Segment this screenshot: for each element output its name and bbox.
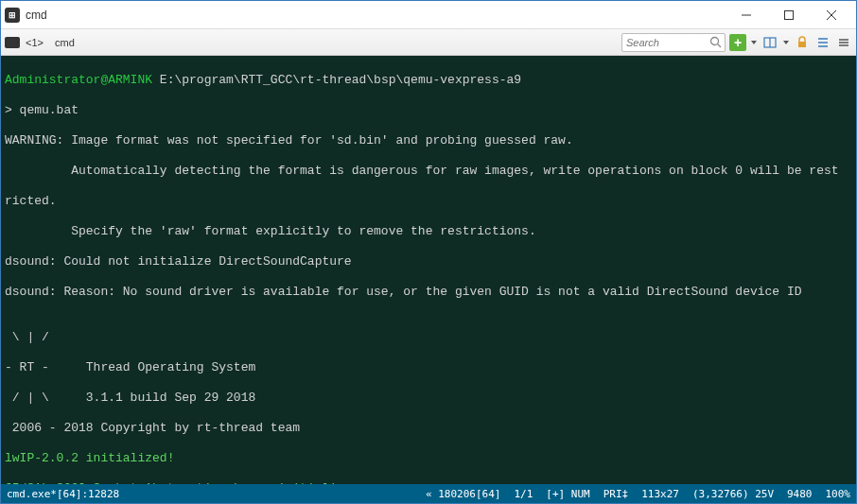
banner-line: \ | / bbox=[5, 330, 852, 345]
svg-rect-1 bbox=[784, 10, 793, 19]
new-tab-button[interactable]: + bbox=[729, 34, 746, 51]
output-line: dsound: Reason: No sound driver is avail… bbox=[5, 285, 852, 300]
output-line: Specify the 'raw' format explicitly to r… bbox=[5, 224, 852, 239]
status-bar: cmd.exe*[64]:12828 « 180206[64] 1/1 [+] … bbox=[1, 484, 856, 503]
banner-line: - RT - Thread Operating System bbox=[5, 360, 852, 375]
toolbar: <1> cmd + bbox=[1, 29, 856, 56]
status-process: cmd.exe*[64]:12828 bbox=[7, 488, 412, 500]
title-bar: ⊞ cmd bbox=[1, 1, 856, 29]
prompt-path: E:\program\RTT_GCC\rt-thread\bsp\qemu-ve… bbox=[160, 73, 521, 87]
tab-name[interactable]: cmd bbox=[55, 37, 75, 48]
search-wrap bbox=[621, 33, 726, 52]
output-line: ricted. bbox=[5, 194, 852, 209]
status-item: PRI‡ bbox=[603, 488, 629, 500]
prompt-user: Administrator@ARMINK bbox=[5, 73, 152, 87]
status-item: 9480 bbox=[787, 488, 813, 500]
status-item: (3,32766) 25V bbox=[692, 488, 774, 500]
banner-line: / | \ 3.1.1 build Sep 29 2018 bbox=[5, 391, 852, 406]
layout-button[interactable] bbox=[761, 34, 778, 51]
output-line: Automatically detecting the format is da… bbox=[5, 164, 852, 179]
search-icon[interactable] bbox=[709, 36, 723, 49]
status-item: [+] NUM bbox=[546, 488, 589, 500]
status-item: 100% bbox=[826, 488, 851, 500]
banner-line: 2006 - 2018 Copyright by rt-thread team bbox=[5, 421, 852, 436]
maximize-button[interactable] bbox=[767, 2, 810, 28]
minimize-button[interactable] bbox=[725, 2, 767, 28]
svg-point-4 bbox=[711, 37, 719, 44]
tab-number[interactable]: <1> bbox=[26, 37, 44, 48]
menu-button[interactable] bbox=[835, 34, 852, 51]
svg-marker-9 bbox=[783, 41, 789, 44]
svg-marker-6 bbox=[751, 41, 757, 44]
close-button[interactable] bbox=[810, 2, 852, 28]
window-title: cmd bbox=[26, 9, 725, 22]
terminal[interactable]: Administrator@ARMINK E:\program\RTT_GCC\… bbox=[1, 56, 856, 484]
layout-dropdown[interactable] bbox=[782, 34, 790, 51]
new-tab-dropdown[interactable] bbox=[750, 34, 758, 51]
cmd-line: > qemu.bat bbox=[5, 103, 852, 118]
svg-line-5 bbox=[718, 43, 722, 47]
status-item: 113x27 bbox=[641, 488, 679, 500]
status-item: « 180206[64] bbox=[426, 488, 500, 500]
status-item: 1/1 bbox=[514, 488, 533, 500]
list-view-button[interactable] bbox=[814, 34, 831, 51]
lock-button[interactable] bbox=[794, 34, 811, 51]
svg-rect-10 bbox=[798, 42, 806, 47]
output-line: lwIP-2.0.2 initialized! bbox=[5, 451, 852, 466]
output-line: WARNING: Image format was not specified … bbox=[5, 133, 852, 148]
output-line: dsound: Could not initialize DirectSound… bbox=[5, 254, 852, 269]
tab-icon bbox=[5, 37, 20, 48]
app-icon: ⊞ bbox=[5, 8, 20, 23]
